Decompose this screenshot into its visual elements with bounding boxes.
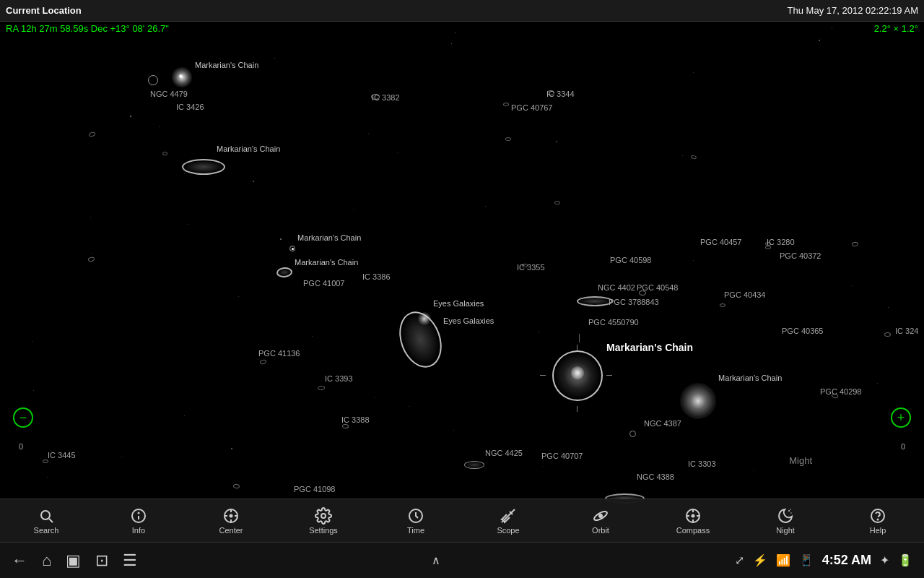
crosshair-left — [540, 375, 546, 376]
label-ngc4387: NGC 4387 — [644, 419, 681, 428]
label-pgc41007: PGC 41007 — [303, 279, 344, 288]
bluetooth-icon: ✦ — [880, 553, 889, 567]
markarian-chain-small-gal — [276, 267, 292, 278]
label-markarian-2: Markarian's Chain — [217, 144, 280, 153]
up-chevron[interactable]: ∧ — [432, 553, 440, 567]
main-toolbar: Search Info Center Settings T — [0, 499, 924, 542]
label-pgc41098: PGC 41098 — [294, 485, 335, 493]
galaxy-small-7 — [690, 155, 697, 160]
info-label: Info — [132, 526, 145, 535]
galaxy-small-5 — [554, 201, 560, 204]
ngc4479-core — [179, 74, 183, 78]
pgc40365-small — [884, 332, 891, 337]
ngc4425-galaxy — [464, 461, 484, 469]
overview-button[interactable]: ▣ — [66, 551, 81, 570]
ic3445-small — [43, 460, 48, 463]
nav-center-group: ∧ — [432, 553, 440, 567]
label-ic3386: IC 3386 — [362, 272, 391, 281]
phone-icon: 📱 — [799, 553, 814, 567]
bottom-navigation: ← ⌂ ▣ ⊡ ☰ ∧ ⤢ ⚡ 📶 📱 4:52 AM ✦ 🔋 — [0, 542, 924, 578]
crosshair-right — [606, 375, 612, 376]
minus-icon: − — [19, 410, 27, 426]
back-button[interactable]: ← — [12, 551, 27, 570]
pgc40434-small — [720, 303, 725, 307]
home-button[interactable]: ⌂ — [42, 551, 51, 570]
label-pgc41136: PGC 41136 — [258, 349, 300, 358]
toolbar-settings[interactable]: Settings — [298, 507, 349, 535]
settings-label: Settings — [309, 526, 338, 535]
pgc41098-small — [233, 483, 240, 488]
svg-point-11 — [321, 514, 326, 518]
label-pgc40767: PGC 40767 — [511, 103, 552, 112]
toolbar-night[interactable]: Night — [760, 507, 811, 535]
ic3393-small — [318, 385, 326, 391]
zoom-value-right: 0 — [901, 442, 905, 451]
zoom-value-left: 0 — [19, 442, 23, 451]
toolbar-help[interactable]: Help — [853, 507, 903, 535]
galaxy-small-1 — [88, 131, 96, 138]
label-pgc40548: PGC 40548 — [637, 283, 678, 292]
toolbar-scope[interactable]: Scope — [483, 507, 533, 535]
svg-point-24 — [790, 509, 790, 509]
toolbar-center[interactable]: Center — [206, 507, 256, 535]
time-label: Time — [407, 526, 424, 535]
label-pgc40365: PGC 40365 — [782, 327, 823, 335]
zoom-plus-button[interactable]: + — [891, 407, 911, 428]
ngc4387-galaxy — [680, 383, 716, 419]
fullscreen-icon: ⤢ — [735, 553, 744, 567]
menu-button[interactable]: ☰ — [123, 551, 137, 570]
crosshair-bottom — [577, 406, 578, 412]
orbit-label: Orbit — [592, 526, 609, 535]
recents-button[interactable]: ⊡ — [95, 551, 108, 570]
svg-point-23 — [790, 512, 791, 513]
markarian-target-dot — [292, 248, 294, 250]
galaxy-small-3 — [87, 256, 95, 262]
svg-point-0 — [41, 511, 50, 519]
label-ic324: IC 324 — [895, 327, 918, 335]
label-ic3382: IC 3382 — [372, 93, 400, 102]
ngc4402-galaxy — [577, 296, 613, 306]
toolbar-orbit[interactable]: Orbit — [575, 507, 626, 535]
label-ngc4425: NGC 4425 — [485, 449, 523, 457]
ngc4479-indicator — [148, 75, 158, 85]
label-pgc4550790: PGC 4550790 — [588, 318, 639, 327]
label-ic3426: IC 3426 — [176, 103, 204, 111]
markarian-galaxy-top — [182, 159, 225, 175]
label-pgc40707: PGC 40707 — [541, 452, 583, 460]
center-label: Center — [219, 526, 243, 535]
pgc40767-galaxy — [503, 103, 509, 106]
label-ic3303: IC 3303 — [688, 460, 716, 468]
pgc41136-small — [259, 359, 266, 365]
ic3388-small — [342, 424, 349, 429]
sky-map[interactable]: Markarian's Chain NGC 4479 IC 3426 IC 33… — [0, 0, 924, 506]
label-pgc40372: PGC 40372 — [780, 251, 821, 260]
night-label: Night — [776, 526, 795, 535]
toolbar-compass[interactable]: Compass — [668, 507, 718, 535]
label-ic3393: IC 3393 — [325, 374, 353, 383]
fov-display: 2.2° × 1.2° — [874, 23, 918, 34]
label-pgc40598: PGC 40598 — [610, 256, 651, 264]
label-eyes-1: Eyes Galaxies — [433, 299, 484, 308]
label-markarian-5: Markarian's Chain — [718, 374, 782, 382]
label-markarian-3: Markarian's Chain — [297, 233, 361, 242]
label-ic3280: IC 3280 — [767, 238, 795, 246]
label-markarian-main: Markarian's Chain — [606, 342, 693, 353]
label-ic3388: IC 3388 — [341, 415, 370, 424]
label-markarian-4: Markarian's Chain — [295, 258, 358, 267]
guide-line — [579, 334, 580, 342]
label-ic3344: IC 3344 — [546, 90, 575, 98]
search-label: Search — [34, 526, 59, 535]
galaxy-small-8 — [852, 241, 859, 246]
datetime-display: Thu May 17, 2012 02:22:19 AM — [788, 5, 918, 16]
toolbar-search[interactable]: Search — [21, 507, 71, 535]
label-pgc40457: PGC 40457 — [700, 238, 741, 246]
window-title: Current Location — [6, 5, 82, 16]
toolbar-info[interactable]: Info — [113, 507, 164, 535]
label-pgc40434: PGC 40434 — [724, 290, 765, 299]
svg-point-15 — [599, 514, 602, 517]
top-bar: Current Location Thu May 17, 2012 02:22:… — [0, 0, 924, 22]
zoom-minus-button[interactable]: − — [13, 407, 33, 428]
label-eyes-2: Eyes Galaxies — [443, 316, 494, 325]
toolbar-time[interactable]: Time — [391, 507, 441, 535]
label-ngc4402: NGC 4402 — [598, 283, 635, 292]
